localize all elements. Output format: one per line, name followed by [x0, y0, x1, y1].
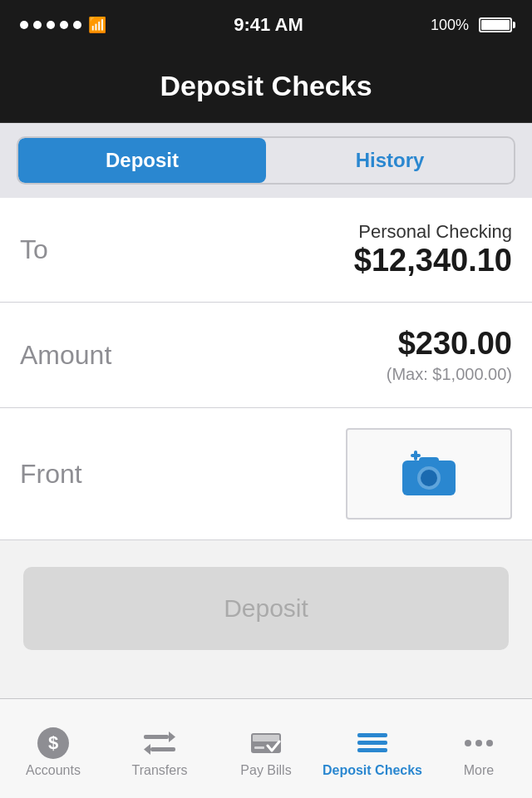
svg-point-2 — [421, 470, 437, 486]
tab-bar: $ Accounts Transfers — [0, 698, 532, 798]
tab-depositchecks[interactable]: Deposit Checks — [319, 699, 426, 798]
wifi-icon: 📶 — [88, 16, 106, 34]
svg-marker-7 — [169, 732, 175, 742]
signal-dots — [20, 21, 81, 29]
status-left: 📶 — [20, 16, 106, 34]
account-balance: $12,340.10 — [354, 243, 512, 278]
nav-bar: Deposit Checks — [0, 50, 532, 123]
svg-rect-12 — [254, 746, 264, 749]
form-content: To Personal Checking $12,340.10 Amount $… — [0, 198, 532, 540]
deposit-button-wrapper: Deposit — [0, 544, 532, 673]
tab-more[interactable]: More — [426, 699, 532, 798]
depositchecks-icon — [357, 733, 387, 752]
status-bar: 📶 9:41 AM 100% — [0, 0, 532, 50]
svg-rect-6 — [144, 735, 169, 739]
more-tab-icon — [462, 728, 495, 758]
camera-icon — [399, 449, 459, 499]
tab-paybills[interactable]: Pay Bills — [213, 699, 319, 798]
svg-rect-8 — [150, 747, 175, 751]
page-title: Deposit Checks — [160, 70, 372, 102]
status-right: 100% — [431, 17, 512, 34]
front-label: Front — [20, 459, 82, 490]
segment-wrapper: Deposit History — [0, 123, 532, 198]
transfers-tab-icon — [143, 728, 176, 758]
to-row[interactable]: To Personal Checking $12,340.10 — [0, 198, 532, 303]
svg-marker-9 — [144, 744, 150, 755]
account-name: Personal Checking — [358, 221, 512, 243]
battery-icon — [479, 17, 512, 32]
amount-label: Amount — [20, 340, 111, 371]
tab-transfers[interactable]: Transfers — [106, 699, 213, 798]
dollar-icon: $ — [37, 727, 69, 759]
tab-more-label: More — [464, 763, 494, 778]
to-label: To — [20, 234, 48, 265]
segment-history[interactable]: History — [266, 138, 514, 183]
tab-transfers-label: Transfers — [132, 763, 188, 778]
tab-accounts[interactable]: $ Accounts — [0, 699, 106, 798]
front-row: Front — [0, 408, 532, 540]
tab-paybills-label: Pay Bills — [240, 763, 291, 778]
amount-max: (Max: $1,000.00) — [387, 365, 512, 384]
svg-rect-4 — [414, 451, 417, 461]
deposit-submit-button[interactable]: Deposit — [23, 567, 509, 650]
segment-deposit[interactable]: Deposit — [18, 138, 266, 183]
transfers-icon — [144, 732, 175, 755]
camera-button[interactable] — [346, 428, 512, 520]
tab-depositchecks-label: Deposit Checks — [323, 763, 422, 778]
segment-control: Deposit History — [17, 136, 515, 185]
tab-accounts-label: Accounts — [26, 763, 81, 778]
paybills-tab-icon — [249, 728, 283, 758]
status-time: 9:41 AM — [234, 14, 303, 36]
amount-value-container: $230.00 (Max: $1,000.00) — [387, 326, 512, 384]
depositchecks-tab-icon — [356, 728, 389, 758]
svg-rect-5 — [419, 457, 439, 464]
battery-percent: 100% — [431, 17, 469, 34]
accounts-tab-icon: $ — [37, 728, 70, 758]
to-value-container: Personal Checking $12,340.10 — [354, 221, 512, 278]
amount-value: $230.00 — [398, 326, 512, 362]
svg-rect-11 — [253, 735, 279, 741]
paybills-icon — [251, 730, 281, 756]
amount-row[interactable]: Amount $230.00 (Max: $1,000.00) — [0, 303, 532, 408]
more-icon — [465, 740, 493, 746]
